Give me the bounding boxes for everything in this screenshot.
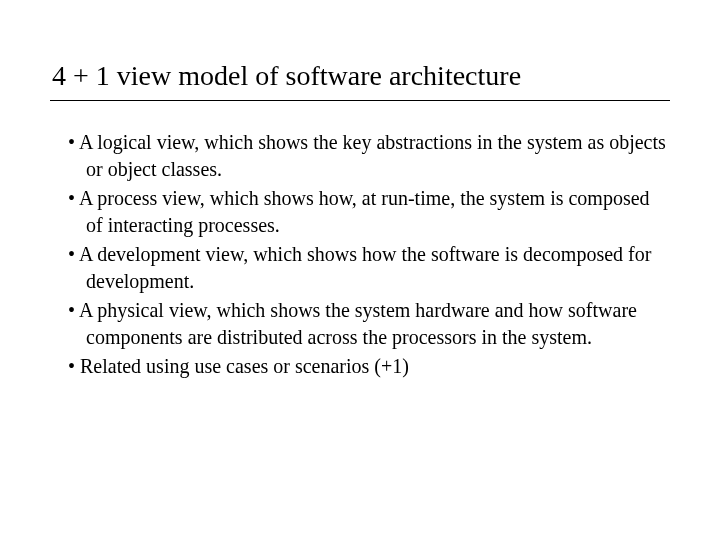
list-item: A physical view, which shows the system … — [68, 297, 670, 351]
list-item: A logical view, which shows the key abst… — [68, 129, 670, 183]
title-underline — [50, 100, 670, 101]
list-item: A development view, which shows how the … — [68, 241, 670, 295]
slide-title: 4 + 1 view model of software architectur… — [50, 60, 670, 92]
list-item: A process view, which shows how, at run-… — [68, 185, 670, 239]
list-item: Related using use cases or scenarios (+1… — [68, 353, 670, 380]
bullet-list: A logical view, which shows the key abst… — [50, 129, 670, 380]
